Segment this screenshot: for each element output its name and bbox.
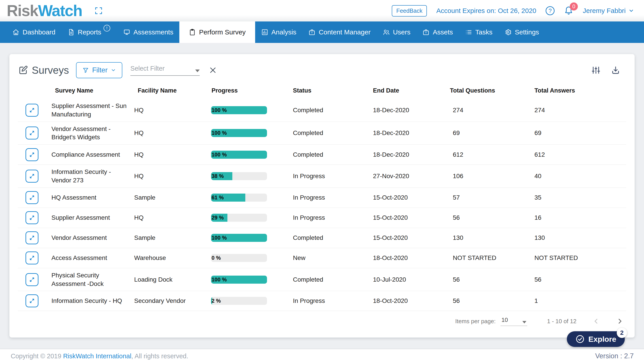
column-header-end-date: End Date xyxy=(358,87,440,94)
column-settings-button[interactable] xyxy=(591,65,600,75)
help-icon[interactable]: ? xyxy=(546,6,554,15)
expand-icon xyxy=(28,297,36,305)
dropdown-caret-icon xyxy=(195,69,200,72)
expand-icon xyxy=(28,254,36,262)
clear-filter-button[interactable] xyxy=(209,66,217,74)
progress-label: 38 % xyxy=(212,173,224,179)
progress-bar: 0 % xyxy=(211,254,267,262)
home-icon xyxy=(12,29,20,36)
nav-item-analysis[interactable]: Analysis xyxy=(255,21,302,43)
riskwatch-link[interactable]: RiskWatch International xyxy=(63,353,131,360)
copyright-suffix: , All rights reserved. xyxy=(131,353,188,360)
facility-name-cell: HQ xyxy=(134,129,206,137)
nav-item-tasks[interactable]: Tasks xyxy=(459,21,499,43)
briefcase-icon xyxy=(308,29,316,36)
nav-item-label: Perform Survey xyxy=(199,28,246,36)
copyright-prefix: Copyright © 2019 xyxy=(11,353,63,360)
filter-button[interactable]: Filter xyxy=(76,62,122,78)
user-name: Jeremy Fabbri xyxy=(583,7,626,14)
expand-row-button[interactable] xyxy=(26,126,38,139)
nav-item-label: Assets xyxy=(433,28,453,36)
logo-risk: Risk xyxy=(7,2,38,19)
end-date-cell: 18-Dec-2020 xyxy=(358,151,440,158)
status-cell: In Progress xyxy=(282,173,358,180)
chart-icon xyxy=(261,29,268,36)
items-per-page-value: 10 xyxy=(501,317,508,324)
expand-row-button[interactable] xyxy=(26,294,38,307)
progress-bar: 100 % xyxy=(211,234,267,242)
end-date-cell: 15-Oct-2020 xyxy=(358,214,440,221)
facility-name-cell: HQ xyxy=(134,173,206,180)
previous-page-button[interactable] xyxy=(592,317,600,325)
table-row: Vendor Assessment Sample 100 % Completed… xyxy=(18,228,626,248)
close-icon xyxy=(209,66,217,74)
expand-row-button[interactable] xyxy=(26,104,38,117)
expand-row-button[interactable] xyxy=(26,170,38,183)
nav-item-label: Dashboard xyxy=(22,28,56,36)
feedback-button[interactable]: FeedBack xyxy=(392,5,427,16)
fullscreen-icon[interactable] xyxy=(94,7,103,15)
total-answers-cell: 35 xyxy=(530,194,626,201)
download-icon xyxy=(611,65,620,75)
total-answers-cell: 612 xyxy=(530,151,626,158)
table-row: Compliance Assessment HQ 100 % Completed… xyxy=(18,144,626,165)
status-cell: In Progress xyxy=(282,194,358,201)
table-row: Vendor Assessment - Bridget's Widgets HQ… xyxy=(18,122,626,145)
user-menu[interactable]: Jeremy Fabbri xyxy=(583,7,634,14)
edit-icon xyxy=(18,65,28,75)
nav-item-label: Settings xyxy=(515,28,539,36)
items-per-page-label: Items per page: xyxy=(455,318,496,325)
table-row: HQ Assessment Sample 61 % In Progress 15… xyxy=(18,188,626,208)
expand-row-button[interactable] xyxy=(26,231,38,244)
expand-row-button[interactable] xyxy=(26,191,38,204)
explore-button[interactable]: Explore 2 xyxy=(567,331,625,347)
total-questions-cell: 56 xyxy=(440,276,530,283)
expand-row-button[interactable] xyxy=(26,273,38,286)
nav-item-reports[interactable]: Reports ! xyxy=(62,21,117,43)
expand-row-button[interactable] xyxy=(26,211,38,224)
select-filter-dropdown[interactable]: Select Filter xyxy=(130,65,200,76)
pagination-bar: Items per page: 10 1 - 10 of 12 xyxy=(18,311,626,332)
explore-count-badge: 2 xyxy=(617,328,627,338)
total-questions-cell: 57 xyxy=(440,194,530,201)
expand-icon xyxy=(28,107,36,114)
total-questions-cell: 106 xyxy=(440,173,530,180)
total-questions-cell: NOT STARTED xyxy=(440,254,530,262)
expand-row-button[interactable] xyxy=(26,148,38,161)
total-questions-cell: 56 xyxy=(440,297,530,305)
progress-label: 100 % xyxy=(212,107,227,113)
nav-item-users[interactable]: Users xyxy=(376,21,416,43)
total-questions-cell: 274 xyxy=(440,107,530,114)
status-cell: In Progress xyxy=(282,297,358,305)
nav-item-assets[interactable]: Assets xyxy=(416,21,459,43)
page-title: Surveys xyxy=(32,64,69,76)
total-answers-cell: 40 xyxy=(530,173,626,180)
table-row: Access Assessment Warehouse 0 % New 18-O… xyxy=(18,248,626,268)
nav-item-perform-survey[interactable]: Perform Survey xyxy=(179,21,255,43)
items-per-page-select[interactable]: 10 xyxy=(500,317,527,326)
notifications-button[interactable]: 0 xyxy=(564,5,573,16)
column-header-total-questions: Total Questions xyxy=(440,87,530,94)
facility-name-cell: Sample xyxy=(134,194,206,201)
select-filter-placeholder: Select Filter xyxy=(130,65,164,72)
table-tools xyxy=(591,65,620,75)
nav-item-dashboard[interactable]: Dashboard xyxy=(6,21,62,43)
nav-item-content-manager[interactable]: Content Manager xyxy=(302,21,376,43)
nav-item-settings[interactable]: Settings xyxy=(498,21,545,43)
nav-item-label: Tasks xyxy=(476,28,492,36)
export-button[interactable] xyxy=(611,65,620,75)
status-cell: Completed xyxy=(282,129,358,137)
progress-label: 2 % xyxy=(212,298,221,304)
column-header-total-answers: Total Answers xyxy=(530,87,626,94)
expand-row-button[interactable] xyxy=(26,252,38,264)
expand-icon xyxy=(28,194,36,201)
next-page-button[interactable] xyxy=(616,317,624,325)
dropdown-caret-icon xyxy=(522,321,526,324)
progress-bar: 100 % xyxy=(211,129,267,137)
top-right-cluster: FeedBack Account Expires on: Oct 26, 202… xyxy=(392,5,634,16)
reports-alert-badge: ! xyxy=(104,25,110,31)
total-answers-cell: 56 xyxy=(530,276,626,283)
nav-item-label: Content Manager xyxy=(319,28,370,36)
table-row: Information Security - HQ Secondary Vend… xyxy=(18,291,626,311)
nav-item-assessments[interactable]: Assessments xyxy=(117,21,179,43)
